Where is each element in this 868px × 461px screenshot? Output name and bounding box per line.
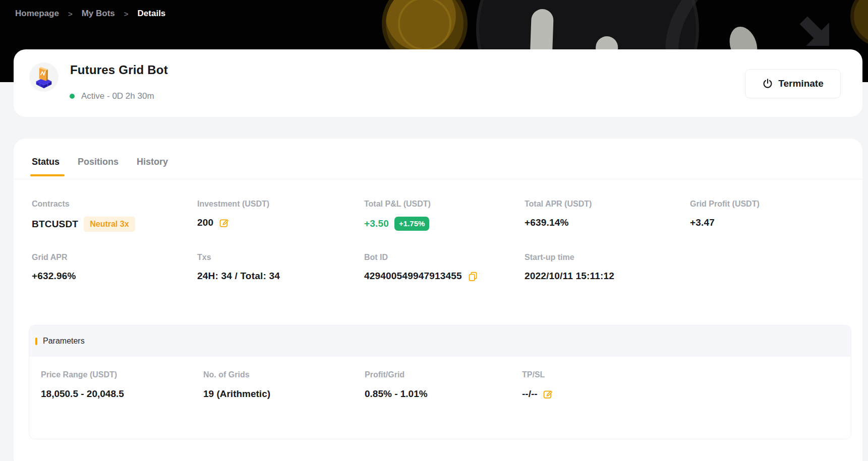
status-dot-icon xyxy=(70,94,75,99)
param-value: 0.85% - 1.01% xyxy=(365,388,428,400)
stat-total-pnl: Total P&L (USDT) +3.50 +1.75% xyxy=(364,199,431,231)
active-tab-indicator xyxy=(30,174,65,176)
edit-icon xyxy=(219,218,229,228)
stat-grid-profit: Grid Profit (USDT) +3.47 xyxy=(690,199,760,229)
parameters-title: Parameters xyxy=(43,337,85,346)
tab-history[interactable]: History xyxy=(137,157,168,167)
stat-label: Bot ID xyxy=(364,252,478,262)
power-icon xyxy=(762,78,773,89)
stat-label: Grid APR xyxy=(32,252,76,262)
stat-label: Contracts xyxy=(32,199,135,209)
breadcrumb-separator-icon: > xyxy=(68,10,73,18)
stat-value: BTCUSDT xyxy=(32,218,78,230)
stat-txs: Txs 24H: 34 / Total: 34 xyxy=(197,252,280,282)
breadcrumb: Homepage > My Bots > Details xyxy=(15,9,165,19)
param-label: Profit/Grid xyxy=(365,370,428,380)
divider xyxy=(14,179,862,179)
parameters-header: Parameters xyxy=(29,325,851,357)
stat-label: Total APR (USDT) xyxy=(525,199,592,209)
param-value: --/-- xyxy=(522,388,538,400)
stat-label: Start-up time xyxy=(525,252,614,262)
stat-value: 200 xyxy=(197,217,213,229)
copy-bot-id-button[interactable] xyxy=(468,271,478,282)
stat-value: 2022/10/11 15:11:12 xyxy=(525,270,614,282)
edit-tp-sl-button[interactable] xyxy=(543,389,553,400)
param-no-of-grids: No. of Grids 19 (Arithmetic) xyxy=(203,370,270,400)
stat-label: Investment (USDT) xyxy=(197,199,269,209)
stat-value: +3.47 xyxy=(690,217,715,229)
stat-value: 429400549947913455 xyxy=(364,270,462,282)
pnl-percent-badge: +1.75% xyxy=(394,217,429,231)
breadcrumb-details: Details xyxy=(138,9,166,19)
banner-coin-icon xyxy=(850,0,868,46)
edit-icon xyxy=(543,389,553,400)
section-marker-icon xyxy=(35,338,37,345)
copy-icon xyxy=(468,271,478,282)
stat-total-apr: Total APR (USDT) +639.14% xyxy=(525,199,592,229)
terminate-button[interactable]: Terminate xyxy=(745,69,841,98)
param-price-range: Price Range (USDT) 18,050.5 - 20,048.5 xyxy=(41,370,124,400)
bot-header-card: Futures Grid Bot Active - 0D 2h 30m Term… xyxy=(14,49,862,117)
param-value: 19 (Arithmetic) xyxy=(203,388,270,400)
breadcrumb-my-bots[interactable]: My Bots xyxy=(82,9,115,19)
breadcrumb-homepage[interactable]: Homepage xyxy=(15,9,59,19)
param-label: TP/SL xyxy=(522,370,553,380)
param-label: No. of Grids xyxy=(203,370,270,380)
stat-value: +639.14% xyxy=(525,217,569,229)
stat-value: +632.96% xyxy=(32,270,76,282)
status-text: Active - 0D 2h 30m xyxy=(81,91,154,101)
bot-avatar xyxy=(29,62,59,92)
page-title: Futures Grid Bot xyxy=(70,63,168,77)
param-label: Price Range (USDT) xyxy=(41,370,124,380)
stat-contracts: Contracts BTCUSDT Neutral 3x xyxy=(32,199,135,232)
terminate-button-label: Terminate xyxy=(778,78,823,89)
stat-label: Txs xyxy=(197,252,280,262)
stat-label: Total P&L (USDT) xyxy=(364,199,431,209)
parameters-panel: Parameters Price Range (USDT) 18,050.5 -… xyxy=(29,325,851,439)
param-value: 18,050.5 - 20,048.5 xyxy=(41,388,124,400)
bot-details-card: Status Positions History Contracts BTCUS… xyxy=(14,139,862,461)
leverage-badge: Neutral 3x xyxy=(84,217,135,232)
param-tp-sl: TP/SL --/-- xyxy=(522,370,553,400)
param-profit-grid: Profit/Grid 0.85% - 1.01% xyxy=(365,370,428,400)
bot-status: Active - 0D 2h 30m xyxy=(70,91,154,101)
stat-bot-id: Bot ID 429400549947913455 xyxy=(364,252,478,282)
parameters-body: Price Range (USDT) 18,050.5 - 20,048.5 N… xyxy=(29,357,851,439)
tab-status[interactable]: Status xyxy=(32,157,60,167)
tab-positions[interactable]: Positions xyxy=(78,157,119,167)
stat-startup-time: Start-up time 2022/10/11 15:11:12 xyxy=(525,252,614,282)
stat-value: 24H: 34 / Total: 34 xyxy=(197,270,280,282)
stat-value: +3.50 xyxy=(364,218,389,230)
stat-investment: Investment (USDT) 200 xyxy=(197,199,269,229)
stat-label: Grid Profit (USDT) xyxy=(690,199,760,209)
breadcrumb-separator-icon: > xyxy=(124,10,129,18)
grid-bot-icon xyxy=(32,65,55,89)
stat-grid-apr: Grid APR +632.96% xyxy=(32,252,76,282)
edit-investment-button[interactable] xyxy=(219,218,229,228)
detail-tabs: Status Positions History xyxy=(32,157,168,167)
